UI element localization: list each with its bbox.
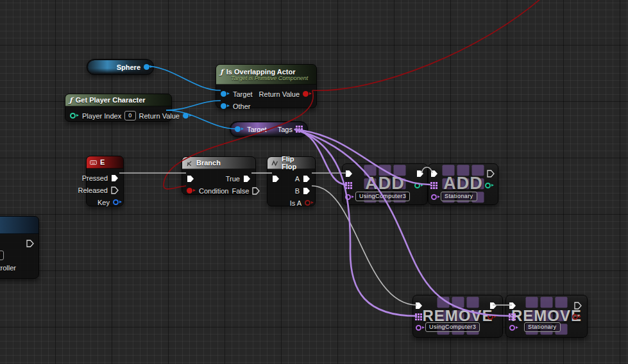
add1-container-pin[interactable] — [345, 182, 352, 189]
pressed-label: Pressed — [82, 174, 108, 182]
remove2-exec-in-pin[interactable] — [509, 302, 516, 310]
flip-flop-exec-in-pin[interactable] — [272, 175, 280, 183]
pressed-exec-pin[interactable] — [111, 174, 119, 182]
node-add-tag-2[interactable]: ADD Stationary — [428, 163, 498, 205]
return-value-pin[interactable] — [303, 91, 309, 97]
player-index-label: Player Index — [82, 112, 121, 120]
b-label: B — [295, 187, 300, 195]
wire-tags-to-remove2 — [295, 129, 511, 316]
add2-exec-in-pin[interactable] — [430, 170, 438, 178]
released-exec-pin[interactable] — [111, 186, 119, 194]
return-value-label: Return Value — [259, 90, 300, 98]
flip-flop-icon — [271, 160, 278, 167]
player-index-pin[interactable] — [70, 113, 76, 119]
remove1-tag-pin[interactable] — [416, 325, 421, 331]
node-branch[interactable]: Branch True Condition False — [182, 156, 256, 195]
function-icon: ƒ — [69, 96, 72, 104]
remove2-tag-pin[interactable] — [509, 325, 515, 331]
remove2-output-pin[interactable] — [572, 314, 578, 320]
false-exec-pin[interactable] — [252, 187, 260, 195]
is-a-label: Is A — [290, 199, 301, 207]
other-pin-label: Other — [233, 103, 251, 110]
wire-return-value-offscreen — [312, 0, 547, 90]
released-label: Released — [78, 186, 108, 194]
tags-target-pin[interactable] — [235, 126, 241, 132]
remove1-exec-out-pin[interactable] — [489, 302, 497, 310]
node-is-overlapping-actor[interactable]: ƒ Is Overlapping Actor Target is Primiti… — [216, 64, 317, 108]
remove1-tag-input[interactable]: UsingComputer3 — [425, 322, 480, 332]
key-pin[interactable] — [113, 199, 119, 205]
remove1-output-pin[interactable] — [488, 314, 493, 320]
a-label: A — [295, 175, 300, 183]
add1-output-pin[interactable] — [414, 183, 420, 188]
node-flip-flop[interactable]: Flip Flop A B Is A — [267, 156, 316, 206]
wire-character-to-other — [166, 101, 221, 110]
tags-target-label: Target — [247, 126, 267, 133]
a-exec-pin[interactable] — [303, 175, 310, 183]
sphere-output-pin[interactable] — [144, 64, 149, 70]
node-title: Flip Flop — [282, 155, 310, 170]
target-pin-label: Target — [233, 90, 253, 98]
remove2-container-pin[interactable] — [509, 313, 516, 320]
false-label: False — [232, 187, 249, 195]
tags-output-label: Tags — [278, 126, 293, 133]
remove1-exec-in-pin[interactable] — [415, 302, 423, 310]
add1-tag-pin[interactable] — [345, 194, 351, 200]
node-subtitle: Target is Actor — [0, 226, 33, 232]
player-controller-label: Player Controller — [0, 264, 16, 272]
add2-output-pin[interactable] — [485, 183, 491, 188]
true-exec-pin[interactable] — [243, 175, 251, 183]
add1-exec-in-pin[interactable] — [345, 170, 353, 178]
branch-exec-in-pin[interactable] — [187, 175, 194, 183]
remove2-exec-out-pin[interactable] — [574, 302, 582, 310]
enable-input-exec-out-pin[interactable] — [26, 240, 34, 247]
other-pin[interactable] — [221, 103, 226, 109]
node-add-tag-1[interactable]: ADD UsingComputer3 — [342, 163, 428, 205]
remove2-tag-input[interactable]: Stationary — [524, 322, 561, 332]
player-index-input[interactable]: 0 — [124, 111, 135, 120]
return-value-label: Return Value — [139, 112, 180, 120]
function-icon: ƒ — [220, 68, 223, 76]
node-get-tags[interactable]: Target Tags — [230, 121, 308, 137]
condition-label: Condition — [199, 187, 228, 195]
node-remove-tag-1[interactable]: REMOVE UsingComputer3 — [412, 295, 503, 338]
node-title: Branch — [196, 159, 221, 167]
node-sphere-variable[interactable]: Sphere — [87, 59, 154, 75]
return-value-pin[interactable] — [183, 113, 189, 119]
add2-exec-out-pin[interactable] — [487, 170, 495, 178]
true-label: True — [226, 175, 240, 183]
condition-pin[interactable] — [187, 188, 192, 194]
node-subtitle: Target is Primitive Component — [231, 75, 311, 81]
add2-tag-pin[interactable] — [431, 194, 437, 200]
sphere-label: Sphere — [117, 63, 140, 71]
key-label: Key — [98, 199, 110, 206]
node-key-event-e[interactable]: E Pressed Released Key — [86, 156, 124, 206]
keyboard-icon — [90, 159, 97, 166]
enable-input-target-value[interactable]: self — [0, 251, 4, 260]
add1-exec-out-pin[interactable] — [416, 170, 424, 178]
node-title: E — [100, 158, 105, 166]
add1-tag-input[interactable]: UsingComputer3 — [355, 192, 410, 201]
branch-icon — [186, 160, 193, 167]
remove1-container-pin[interactable] — [415, 313, 422, 320]
add2-container-pin[interactable] — [430, 182, 437, 189]
tags-container-pin[interactable] — [296, 126, 303, 133]
node-title: Get Player Character — [76, 96, 146, 104]
node-remove-tag-2[interactable]: REMOVE Stationary — [505, 295, 588, 338]
add2-tag-input[interactable]: Stationary — [441, 192, 477, 201]
node-get-player-character[interactable]: ƒ Get Player Character Player Index 0 Re… — [65, 94, 172, 122]
blueprint-graph-canvas[interactable]: Sphere ƒ Is Overlapping Actor Target is … — [0, 0, 628, 364]
wire-sphere-to-target — [145, 66, 221, 90]
node-enable-input[interactable]: ƒ Enable Input Target is Actor Target se… — [0, 216, 39, 279]
is-a-pin[interactable] — [305, 200, 310, 206]
target-pin[interactable] — [221, 91, 226, 97]
b-exec-pin[interactable] — [303, 187, 310, 195]
